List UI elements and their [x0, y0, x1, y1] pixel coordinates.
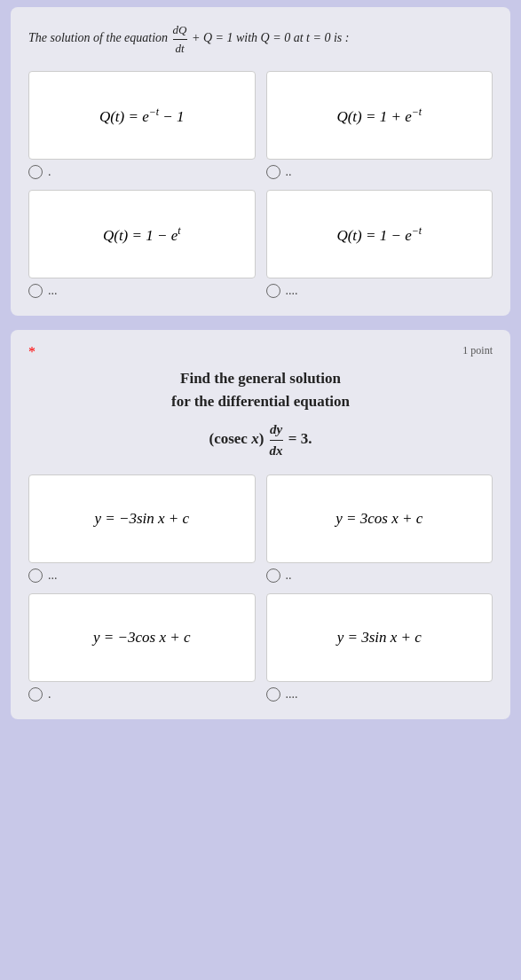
q2-frac-den: dx — [270, 441, 283, 461]
q1-option-b-label-row[interactable]: .. — [266, 165, 493, 179]
q2-dy-dx-fraction: dy dx — [270, 419, 283, 460]
q2-header-row: * 1 point — [28, 344, 493, 360]
q1-option-b-box: Q(t) = 1 + e−t — [266, 71, 493, 160]
q1-option-a-math: Q(t) = e−t − 1 — [99, 106, 185, 126]
q2-option-c-container: y = −3cos x + c . — [28, 593, 256, 702]
q2-option-b-math: y = 3cos x + c — [335, 510, 422, 528]
q1-radio-c[interactable] — [28, 284, 43, 298]
dq-dt-fraction: dQ dt — [173, 21, 187, 57]
q1-option-c-math: Q(t) = 1 − et — [103, 224, 181, 245]
q2-equation-right: = 3. — [288, 430, 312, 447]
q1-option-c-box: Q(t) = 1 − et — [28, 190, 256, 278]
q2-points: 1 point — [462, 344, 493, 357]
q2-equation-left: (cosec x) — [209, 430, 264, 447]
q2-star: * — [28, 344, 36, 360]
q2-option-c-label-row[interactable]: . — [28, 687, 256, 702]
q2-option-d-label: .... — [286, 687, 298, 702]
q1-option-d-math: Q(t) = 1 − e−t — [336, 224, 422, 245]
q2-option-b-label-row[interactable]: .. — [266, 568, 493, 583]
q1-option-b-math: Q(t) = 1 + e−t — [336, 106, 422, 126]
header-text-before: The solution of the equation — [28, 31, 168, 44]
q2-option-c-label: . — [48, 687, 51, 702]
q2-option-a-label: ... — [48, 568, 58, 583]
q2-radio-d[interactable] — [266, 687, 280, 702]
q1-radio-d[interactable] — [266, 284, 280, 298]
fraction-denominator: dt — [175, 40, 184, 58]
q1-option-d-container: Q(t) = 1 − e−t .... — [266, 190, 493, 298]
q1-option-d-label-row[interactable]: .... — [266, 284, 493, 298]
q1-option-a-label-row[interactable]: . — [28, 165, 256, 179]
q2-question-line1: Find the general solution — [28, 367, 493, 390]
q2-equation: (cosec x) dy dx = 3. — [28, 419, 493, 460]
q2-radio-b[interactable] — [266, 568, 280, 583]
q1-option-b-label: .. — [286, 165, 292, 179]
q2-option-a-label-row[interactable]: ... — [28, 568, 256, 583]
q2-option-a-math: y = −3sin x + c — [94, 510, 189, 528]
question-2-block: * 1 point Find the general solution for … — [11, 330, 510, 719]
q2-radio-c[interactable] — [28, 687, 43, 702]
q2-radio-a[interactable] — [28, 568, 43, 583]
q2-option-d-label-row[interactable]: .... — [266, 687, 493, 702]
q2-question-text: Find the general solution for the differ… — [28, 367, 493, 460]
q2-option-c-box: y = −3cos x + c — [28, 593, 256, 682]
q2-option-b-container: y = 3cos x + c .. — [266, 474, 493, 583]
q2-question-line2: for the differential equation — [28, 390, 493, 413]
q2-option-c-math: y = −3cos x + c — [93, 629, 190, 647]
q2-option-d-math: y = 3sin x + c — [337, 629, 422, 647]
q1-option-d-box: Q(t) = 1 − e−t — [266, 190, 493, 278]
q1-option-a-container: Q(t) = e−t − 1 . — [28, 71, 256, 179]
q1-radio-b[interactable] — [266, 165, 280, 179]
q1-option-c-label: ... — [48, 284, 58, 298]
q2-option-d-box: y = 3sin x + c — [266, 593, 493, 682]
fraction-numerator: dQ — [173, 21, 187, 39]
header-text-after: + Q = 1 with Q = 0 at t = 0 is : — [192, 31, 349, 44]
q1-option-a-label: . — [48, 165, 51, 179]
q2-option-b-label: .. — [286, 568, 292, 583]
q1-option-c-label-row[interactable]: ... — [28, 284, 256, 298]
q2-option-b-box: y = 3cos x + c — [266, 474, 493, 563]
q2-frac-num: dy — [270, 419, 282, 440]
q2-option-d-container: y = 3sin x + c .... — [266, 593, 493, 702]
q1-options-grid: Q(t) = e−t − 1 . Q(t) = 1 + e−t .. Q(t) … — [28, 71, 493, 298]
q1-option-b-container: Q(t) = 1 + e−t .. — [266, 71, 493, 179]
question-1-block: The solution of the equation dQ dt + Q =… — [11, 7, 510, 316]
question-1-header: The solution of the equation dQ dt + Q =… — [28, 21, 493, 57]
q2-option-a-box: y = −3sin x + c — [28, 474, 256, 563]
q2-option-a-container: y = −3sin x + c ... — [28, 474, 256, 583]
q1-option-a-box: Q(t) = e−t − 1 — [28, 71, 256, 160]
q2-options-grid: y = −3sin x + c ... y = 3cos x + c .. y … — [28, 474, 493, 702]
q1-radio-a[interactable] — [28, 165, 43, 179]
q1-option-c-container: Q(t) = 1 − et ... — [28, 190, 256, 298]
q1-option-d-label: .... — [286, 284, 298, 298]
